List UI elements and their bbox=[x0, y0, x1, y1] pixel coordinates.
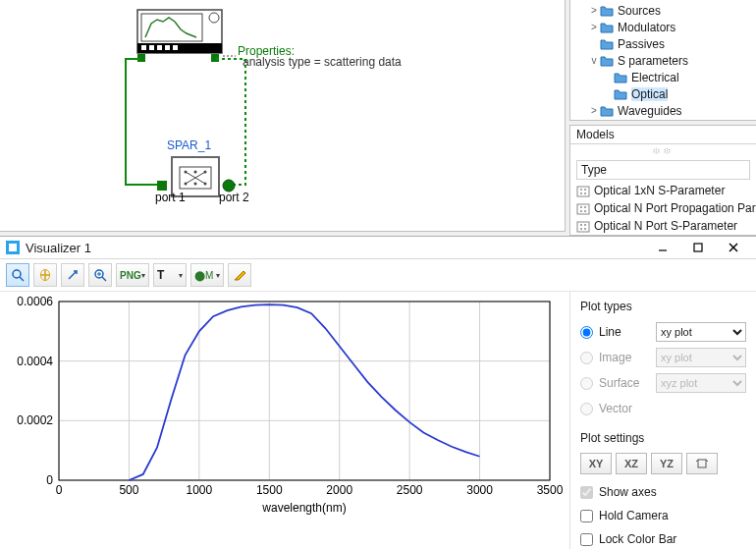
visualizer-titlebar[interactable]: Visualizer 1 bbox=[0, 237, 756, 259]
port-1[interactable] bbox=[157, 181, 167, 191]
close-button[interactable] bbox=[717, 237, 750, 258]
plot-settings-heading: Plot settings bbox=[580, 431, 746, 445]
maximize-button[interactable] bbox=[681, 237, 715, 258]
model-item-label: Optical N Port S-Parameter bbox=[594, 219, 737, 233]
svg-point-35 bbox=[580, 224, 582, 226]
plot-type-vector-radio bbox=[580, 403, 593, 415]
tree-item[interactable]: vS parameters bbox=[574, 52, 752, 69]
plot-type-line-label: Line bbox=[599, 325, 650, 339]
tree-item[interactable]: >Waveguides bbox=[574, 102, 752, 119]
lock-colorbar-checkbox[interactable] bbox=[580, 533, 593, 546]
model-item[interactable]: Optical 1xN S-Parameter bbox=[576, 182, 750, 199]
svg-text:0: 0 bbox=[46, 473, 53, 487]
line-plot-select[interactable]: xy plot bbox=[656, 322, 746, 342]
view-xz-button[interactable]: XZ bbox=[616, 453, 647, 474]
svg-rect-5 bbox=[149, 45, 154, 50]
panel-grip[interactable]: ፨፨ bbox=[570, 144, 756, 158]
svg-point-30 bbox=[580, 206, 582, 208]
expander-icon[interactable]: > bbox=[588, 5, 600, 16]
model-item-label: Optical 1xN S-Parameter bbox=[594, 184, 725, 197]
plot-area[interactable]: 050010001500200025003000350000.00020.000… bbox=[0, 292, 569, 549]
tree-item[interactable]: Optical bbox=[574, 85, 752, 102]
pan-tool[interactable] bbox=[33, 263, 57, 287]
svg-rect-34 bbox=[577, 222, 589, 232]
ona-instrument[interactable] bbox=[137, 10, 222, 62]
svg-point-37 bbox=[580, 228, 582, 230]
plot-type-surface-radio bbox=[580, 377, 593, 390]
folder-icon bbox=[614, 87, 627, 101]
plot-side-panel: Plot types Line xy plot Image xy plot Su… bbox=[569, 292, 756, 549]
view-xy-button[interactable]: XY bbox=[580, 453, 612, 474]
tree-item-label: S parameters bbox=[618, 54, 688, 68]
tree-item[interactable]: Passives bbox=[574, 35, 752, 52]
visualizer-title: Visualizer 1 bbox=[26, 241, 644, 255]
hold-camera-checkbox[interactable] bbox=[580, 510, 593, 522]
folder-icon bbox=[600, 4, 614, 18]
zoom-in-tool[interactable] bbox=[88, 263, 112, 287]
svg-text:3500: 3500 bbox=[537, 483, 564, 497]
svg-rect-8 bbox=[173, 45, 178, 50]
edit-tool[interactable] bbox=[228, 263, 251, 287]
plot-type-line-radio[interactable] bbox=[580, 326, 593, 339]
schematic-svg: Properties: analysis type = scattering d… bbox=[0, 0, 569, 236]
model-item[interactable]: Optical N Port S-Parameter bbox=[576, 217, 750, 235]
tree-item[interactable]: >Modulators bbox=[574, 19, 752, 35]
schematic-canvas[interactable]: Properties: analysis type = scattering d… bbox=[0, 0, 566, 232]
tree-item-label: Waveguides bbox=[618, 104, 682, 118]
tree-item-label: Optical bbox=[631, 87, 668, 101]
expander-icon[interactable]: > bbox=[588, 105, 600, 116]
plot-type-image-radio bbox=[580, 352, 593, 364]
svg-line-45 bbox=[69, 271, 77, 279]
zoom-select-tool[interactable] bbox=[6, 263, 29, 287]
tree-item-label: Optical fibers bbox=[618, 121, 686, 122]
svg-rect-40 bbox=[694, 244, 702, 251]
plot-types-heading: Plot types bbox=[580, 300, 746, 313]
svg-point-43 bbox=[13, 270, 21, 278]
svg-text:0.0002: 0.0002 bbox=[17, 413, 53, 427]
model-item-label: Optical N Port Propagation Par bbox=[594, 201, 756, 215]
svg-text:3000: 3000 bbox=[466, 483, 493, 497]
visualizer-app-icon bbox=[6, 241, 20, 254]
tree-item[interactable]: Electrical bbox=[574, 69, 752, 85]
tree-item[interactable]: Optical fibers bbox=[574, 119, 752, 121]
minimize-button[interactable] bbox=[646, 237, 679, 258]
spar-label: SPAR_1 bbox=[167, 138, 211, 152]
show-axes-checkbox bbox=[580, 486, 593, 499]
folder-icon bbox=[600, 21, 614, 34]
zoom-extents-tool[interactable] bbox=[61, 263, 84, 287]
view-yz-button[interactable]: YZ bbox=[651, 453, 682, 474]
svg-text:wavelength(nm): wavelength(nm) bbox=[261, 501, 346, 515]
visualizer-toolbar: PNG▾ T▾ ⬤M▾ bbox=[0, 259, 756, 292]
plot-type-vector-label: Vector bbox=[599, 402, 650, 415]
text-tool-menu[interactable]: T▾ bbox=[153, 263, 187, 287]
line-chart: 050010001500200025003000350000.00020.000… bbox=[0, 292, 569, 518]
folder-icon bbox=[600, 104, 614, 118]
tree-item-label: Passives bbox=[618, 37, 665, 51]
svg-text:0: 0 bbox=[56, 483, 63, 497]
svg-point-27 bbox=[580, 192, 582, 194]
models-column-header[interactable]: Type bbox=[576, 160, 750, 180]
tree-item-label: Electrical bbox=[631, 71, 679, 84]
model-icon bbox=[576, 219, 594, 233]
marker-tool-menu[interactable]: ⬤M▾ bbox=[190, 263, 224, 287]
svg-point-20 bbox=[194, 183, 197, 186]
expander-icon[interactable]: > bbox=[588, 22, 600, 32]
model-item[interactable]: Optical N Port Propagation Par bbox=[576, 199, 750, 217]
folder-icon bbox=[614, 71, 627, 84]
port-1-label: port 1 bbox=[155, 191, 186, 204]
tree-item[interactable]: >Sources bbox=[574, 2, 752, 19]
plot-type-surface-label: Surface bbox=[599, 376, 650, 390]
svg-point-38 bbox=[584, 228, 586, 230]
model-icon bbox=[576, 201, 594, 215]
svg-point-36 bbox=[584, 224, 586, 226]
element-library-tree[interactable]: >Sources>ModulatorsPassivesvS parameters… bbox=[569, 0, 756, 121]
svg-text:0.0004: 0.0004 bbox=[17, 355, 53, 368]
svg-line-49 bbox=[102, 277, 106, 281]
svg-rect-62 bbox=[59, 302, 550, 480]
expander-icon[interactable]: v bbox=[588, 55, 600, 66]
svg-text:1000: 1000 bbox=[187, 483, 213, 497]
view-reset-button[interactable] bbox=[686, 453, 718, 474]
export-png-menu[interactable]: PNG▾ bbox=[116, 263, 149, 287]
tree-item-label: Modulators bbox=[618, 21, 675, 34]
svg-text:1500: 1500 bbox=[256, 483, 283, 497]
